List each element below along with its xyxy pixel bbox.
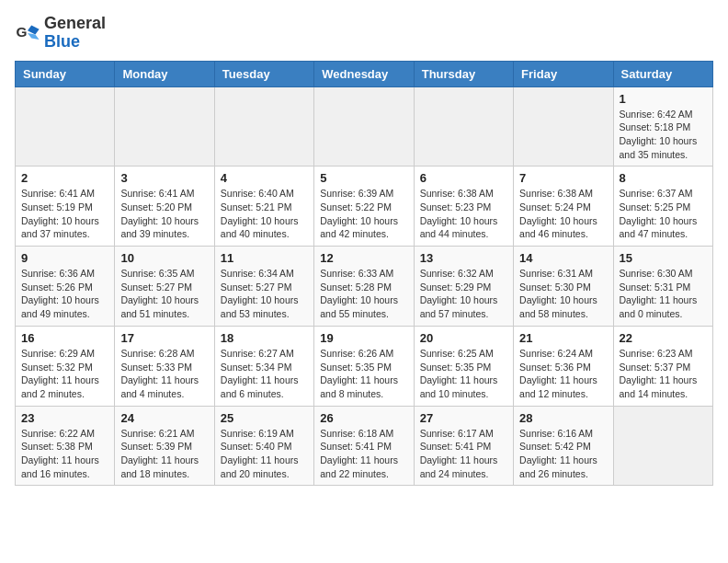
calendar-cell: 19Sunrise: 6:26 AM Sunset: 5:35 PM Dayli… xyxy=(314,326,414,406)
calendar-cell xyxy=(414,86,513,167)
day-of-week-header: Thursday xyxy=(414,61,513,86)
calendar-cell xyxy=(214,86,313,167)
page-header: G GeneralBlue xyxy=(15,15,713,52)
svg-text:G: G xyxy=(16,24,27,40)
day-info: Sunrise: 6:18 AM Sunset: 5:41 PM Dayligh… xyxy=(320,427,407,481)
day-number: 7 xyxy=(519,171,607,185)
calendar-cell: 21Sunrise: 6:24 AM Sunset: 5:36 PM Dayli… xyxy=(514,326,613,406)
calendar-week-row: 1Sunrise: 6:42 AM Sunset: 5:18 PM Daylig… xyxy=(16,86,713,167)
day-number: 3 xyxy=(120,171,208,185)
day-info: Sunrise: 6:27 AM Sunset: 5:34 PM Dayligh… xyxy=(221,347,308,401)
calendar-cell: 10Sunrise: 6:35 AM Sunset: 5:27 PM Dayli… xyxy=(115,247,214,327)
day-info: Sunrise: 6:35 AM Sunset: 5:27 PM Dayligh… xyxy=(120,267,208,321)
calendar-cell: 24Sunrise: 6:21 AM Sunset: 5:39 PM Dayli… xyxy=(115,406,214,486)
calendar-week-row: 23Sunrise: 6:22 AM Sunset: 5:38 PM Dayli… xyxy=(16,406,713,486)
day-number: 13 xyxy=(420,251,507,265)
day-info: Sunrise: 6:17 AM Sunset: 5:41 PM Dayligh… xyxy=(420,427,507,481)
calendar-cell: 2Sunrise: 6:41 AM Sunset: 5:19 PM Daylig… xyxy=(16,167,115,247)
calendar-cell xyxy=(613,406,712,486)
calendar-cell: 8Sunrise: 6:37 AM Sunset: 5:25 PM Daylig… xyxy=(613,167,712,247)
day-of-week-header: Monday xyxy=(115,61,214,86)
day-of-week-header: Tuesday xyxy=(214,61,313,86)
day-number: 27 xyxy=(420,411,507,425)
calendar-cell: 1Sunrise: 6:42 AM Sunset: 5:18 PM Daylig… xyxy=(613,86,712,167)
calendar-cell xyxy=(16,86,115,167)
day-number: 9 xyxy=(21,251,108,265)
calendar-cell: 20Sunrise: 6:25 AM Sunset: 5:35 PM Dayli… xyxy=(414,326,513,406)
calendar-cell: 15Sunrise: 6:30 AM Sunset: 5:31 PM Dayli… xyxy=(613,247,712,327)
calendar: SundayMondayTuesdayWednesdayThursdayFrid… xyxy=(15,61,713,487)
calendar-cell: 14Sunrise: 6:31 AM Sunset: 5:30 PM Dayli… xyxy=(514,247,613,327)
calendar-cell: 6Sunrise: 6:38 AM Sunset: 5:23 PM Daylig… xyxy=(414,167,513,247)
day-info: Sunrise: 6:16 AM Sunset: 5:42 PM Dayligh… xyxy=(519,427,607,481)
calendar-cell: 12Sunrise: 6:33 AM Sunset: 5:28 PM Dayli… xyxy=(314,247,414,327)
day-number: 23 xyxy=(21,411,108,425)
day-info: Sunrise: 6:41 AM Sunset: 5:19 PM Dayligh… xyxy=(21,187,108,241)
day-number: 4 xyxy=(221,171,308,185)
calendar-cell: 18Sunrise: 6:27 AM Sunset: 5:34 PM Dayli… xyxy=(214,326,313,406)
day-of-week-header: Wednesday xyxy=(314,61,414,86)
day-number: 15 xyxy=(620,251,707,265)
day-number: 25 xyxy=(221,411,308,425)
logo: G GeneralBlue xyxy=(15,15,106,52)
day-info: Sunrise: 6:38 AM Sunset: 5:24 PM Dayligh… xyxy=(519,187,607,241)
calendar-cell: 28Sunrise: 6:16 AM Sunset: 5:42 PM Dayli… xyxy=(514,406,613,486)
day-number: 2 xyxy=(21,171,108,185)
calendar-week-row: 9Sunrise: 6:36 AM Sunset: 5:26 PM Daylig… xyxy=(16,247,713,327)
day-number: 18 xyxy=(221,331,308,345)
day-number: 17 xyxy=(120,331,208,345)
calendar-cell: 27Sunrise: 6:17 AM Sunset: 5:41 PM Dayli… xyxy=(414,406,513,486)
day-number: 5 xyxy=(320,171,407,185)
calendar-cell: 22Sunrise: 6:23 AM Sunset: 5:37 PM Dayli… xyxy=(613,326,712,406)
day-of-week-header: Sunday xyxy=(16,61,115,86)
calendar-cell: 17Sunrise: 6:28 AM Sunset: 5:33 PM Dayli… xyxy=(115,326,214,406)
day-info: Sunrise: 6:30 AM Sunset: 5:31 PM Dayligh… xyxy=(620,267,707,321)
calendar-cell: 7Sunrise: 6:38 AM Sunset: 5:24 PM Daylig… xyxy=(514,167,613,247)
day-number: 1 xyxy=(620,92,707,106)
day-number: 16 xyxy=(21,331,108,345)
day-number: 21 xyxy=(519,331,607,345)
day-info: Sunrise: 6:37 AM Sunset: 5:25 PM Dayligh… xyxy=(620,187,707,241)
calendar-week-row: 2Sunrise: 6:41 AM Sunset: 5:19 PM Daylig… xyxy=(16,167,713,247)
calendar-cell: 11Sunrise: 6:34 AM Sunset: 5:27 PM Dayli… xyxy=(214,247,313,327)
day-info: Sunrise: 6:25 AM Sunset: 5:35 PM Dayligh… xyxy=(420,347,507,401)
calendar-cell xyxy=(514,86,613,167)
day-number: 26 xyxy=(320,411,407,425)
day-info: Sunrise: 6:19 AM Sunset: 5:40 PM Dayligh… xyxy=(221,427,308,481)
day-of-week-header: Saturday xyxy=(613,61,712,86)
calendar-cell: 16Sunrise: 6:29 AM Sunset: 5:32 PM Dayli… xyxy=(16,326,115,406)
logo-text: GeneralBlue xyxy=(44,15,106,52)
day-number: 10 xyxy=(120,251,208,265)
day-number: 28 xyxy=(519,411,607,425)
day-number: 24 xyxy=(120,411,208,425)
day-info: Sunrise: 6:21 AM Sunset: 5:39 PM Dayligh… xyxy=(120,427,208,481)
calendar-cell: 25Sunrise: 6:19 AM Sunset: 5:40 PM Dayli… xyxy=(214,406,313,486)
day-info: Sunrise: 6:42 AM Sunset: 5:18 PM Dayligh… xyxy=(620,108,707,162)
day-info: Sunrise: 6:28 AM Sunset: 5:33 PM Dayligh… xyxy=(120,347,208,401)
day-number: 14 xyxy=(519,251,607,265)
day-info: Sunrise: 6:31 AM Sunset: 5:30 PM Dayligh… xyxy=(519,267,607,321)
day-info: Sunrise: 6:40 AM Sunset: 5:21 PM Dayligh… xyxy=(221,187,308,241)
day-info: Sunrise: 6:36 AM Sunset: 5:26 PM Dayligh… xyxy=(21,267,108,321)
day-info: Sunrise: 6:22 AM Sunset: 5:38 PM Dayligh… xyxy=(21,427,108,481)
calendar-cell xyxy=(314,86,414,167)
svg-marker-2 xyxy=(28,33,40,40)
calendar-cell: 4Sunrise: 6:40 AM Sunset: 5:21 PM Daylig… xyxy=(214,167,313,247)
day-number: 19 xyxy=(320,331,407,345)
day-number: 6 xyxy=(420,171,507,185)
calendar-cell: 23Sunrise: 6:22 AM Sunset: 5:38 PM Dayli… xyxy=(16,406,115,486)
calendar-cell: 5Sunrise: 6:39 AM Sunset: 5:22 PM Daylig… xyxy=(314,167,414,247)
day-info: Sunrise: 6:23 AM Sunset: 5:37 PM Dayligh… xyxy=(620,347,707,401)
day-info: Sunrise: 6:32 AM Sunset: 5:29 PM Dayligh… xyxy=(420,267,507,321)
day-info: Sunrise: 6:29 AM Sunset: 5:32 PM Dayligh… xyxy=(21,347,108,401)
day-info: Sunrise: 6:26 AM Sunset: 5:35 PM Dayligh… xyxy=(320,347,407,401)
day-info: Sunrise: 6:39 AM Sunset: 5:22 PM Dayligh… xyxy=(320,187,407,241)
day-number: 8 xyxy=(620,171,707,185)
day-info: Sunrise: 6:34 AM Sunset: 5:27 PM Dayligh… xyxy=(221,267,308,321)
calendar-cell: 26Sunrise: 6:18 AM Sunset: 5:41 PM Dayli… xyxy=(314,406,414,486)
day-number: 20 xyxy=(420,331,507,345)
day-number: 22 xyxy=(620,331,707,345)
calendar-cell: 13Sunrise: 6:32 AM Sunset: 5:29 PM Dayli… xyxy=(414,247,513,327)
day-number: 12 xyxy=(320,251,407,265)
day-info: Sunrise: 6:38 AM Sunset: 5:23 PM Dayligh… xyxy=(420,187,507,241)
